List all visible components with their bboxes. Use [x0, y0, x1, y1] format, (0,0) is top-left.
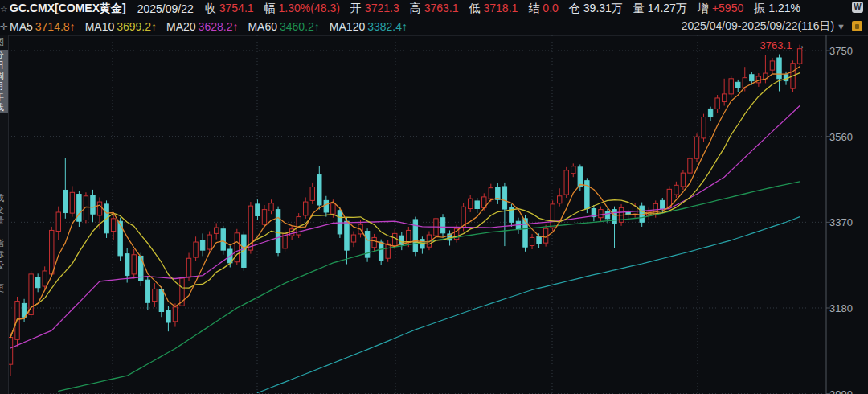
candle-body — [200, 240, 204, 250]
candle-body — [111, 219, 115, 232]
field-settle: 结0.0 — [528, 2, 558, 14]
field-amplitude: 振1.21% — [754, 2, 800, 14]
toolbar-item[interactable]: 日 — [0, 60, 8, 71]
candle-body — [729, 79, 733, 94]
candle-body — [317, 174, 321, 205]
candle-body — [379, 242, 383, 260]
candle-body — [262, 210, 266, 225]
candle-body — [736, 82, 740, 88]
candle-body — [207, 235, 211, 249]
last-price-flag: 3763.1 → — [760, 39, 805, 51]
candle-body — [77, 195, 81, 222]
ma120-line — [257, 217, 800, 393]
candle-body — [708, 109, 712, 117]
y-axis-label: 3180 — [829, 302, 853, 314]
candle-body — [530, 237, 534, 245]
chart-canvas[interactable] — [0, 35, 868, 394]
candle-body — [564, 170, 568, 195]
lock-icon[interactable] — [852, 21, 862, 31]
candle-body — [667, 189, 671, 207]
candle-body — [331, 203, 335, 214]
ma-legend-ma5: MA53714.8↑ — [10, 20, 76, 33]
candle-body — [56, 212, 60, 232]
candle-body — [612, 210, 616, 224]
toolbar-item[interactable]: 标 — [0, 249, 8, 260]
candle-body — [235, 233, 239, 262]
quote-date: 2025/09/22 — [137, 2, 194, 15]
toolbar-item[interactable]: 分 — [0, 50, 8, 60]
candle-body — [159, 290, 163, 312]
crosshair-icon[interactable]: ✛ — [0, 21, 10, 32]
field-change: 幅1.30%(48.3) — [264, 2, 340, 14]
candle-body — [351, 235, 355, 242]
candle-body — [256, 204, 260, 216]
favorite-icon[interactable]: ☆ — [0, 4, 10, 14]
candle-body — [468, 199, 472, 208]
candle-body — [413, 220, 417, 252]
ma-legend-ma20: MA203628.2↑ — [166, 20, 238, 33]
candle-body — [304, 202, 308, 215]
quote-fields: 收3754.1幅1.30%(48.3)开3721.3高3763.1低3718.1… — [205, 2, 811, 16]
toolbar-item[interactable]: 设 — [0, 261, 8, 271]
candle-body — [502, 187, 506, 209]
toolbar-item[interactable]: 图 — [0, 37, 8, 47]
candle-body — [50, 230, 54, 273]
toolbar-item[interactable]: 量 — [0, 215, 8, 226]
candle-body — [186, 258, 190, 277]
date-range-selector[interactable]: 2025/04/09-2025/09/22(116日) ▼ — [682, 19, 845, 34]
candle-body — [276, 210, 280, 253]
field-open-interest: 仓39.31万 — [569, 2, 623, 14]
candle-body — [571, 166, 575, 174]
candle-body — [440, 218, 444, 233]
candle-body — [578, 167, 582, 187]
field-oi-change: 增+5950 — [698, 2, 743, 14]
date-range-text[interactable]: 2025/04/09-2025/09/22(116日) — [682, 19, 834, 34]
candle-body — [537, 236, 541, 244]
field-low: 低3718.1 — [469, 2, 518, 14]
candle-body — [338, 211, 342, 234]
candle-body — [393, 233, 397, 245]
candle-body — [35, 277, 39, 288]
candle-body — [694, 137, 698, 158]
candle-body — [551, 204, 555, 228]
toolbar-item[interactable]: 月 — [0, 81, 8, 92]
candle-body — [22, 303, 26, 317]
candle-body — [153, 289, 157, 301]
toolbar-item[interactable]: 成 — [0, 193, 8, 203]
candle-body — [43, 271, 47, 286]
window-icon[interactable]: W — [852, 2, 863, 13]
ma60-line — [59, 182, 800, 392]
chevron-down-icon[interactable]: ▼ — [837, 22, 845, 31]
left-toolbar[interactable]: 图分日周月年线成交量指标设更 — [0, 35, 9, 394]
ma-legend-ma120: MA1203382.4↑ — [330, 20, 407, 33]
candle-body — [386, 244, 390, 258]
candle-body — [145, 280, 149, 302]
candle-body — [681, 173, 685, 187]
candle-body — [750, 75, 754, 81]
toolbar-item[interactable]: 更 — [0, 283, 8, 293]
candle-body — [475, 201, 479, 209]
candle-body — [215, 228, 219, 233]
toolbar-item[interactable]: 周 — [0, 71, 8, 81]
field-open: 开3721.3 — [350, 2, 399, 14]
y-axis-label: 2990 — [829, 388, 853, 394]
candlestick-chart[interactable]: 图分日周月年线成交量指标设更 3763.1 → 3750356033703180… — [0, 35, 868, 394]
candle-body — [633, 207, 637, 214]
toolbar-item[interactable]: 指 — [0, 238, 8, 248]
candle-body — [558, 196, 562, 203]
toolbar-item[interactable]: 线 — [0, 102, 8, 113]
candle-body — [166, 310, 170, 322]
toolbar-item[interactable]: 交 — [0, 204, 8, 215]
candle-body — [770, 61, 774, 70]
ma10-line — [10, 73, 800, 338]
candle-body — [310, 187, 314, 201]
ma-legend: MA53714.8↑MA103699.2↑MA203628.2↑MA603460… — [10, 20, 417, 33]
candle-body — [661, 200, 665, 208]
toolbar-item[interactable]: 年 — [0, 92, 8, 102]
candle-body — [345, 221, 349, 250]
candle-body — [70, 192, 74, 213]
symbol-name[interactable]: GC.CMX[COMEX黄金] — [10, 2, 126, 16]
field-volume: 量14.27万 — [633, 2, 687, 14]
candle-body — [324, 200, 328, 212]
candle-body — [722, 94, 726, 102]
